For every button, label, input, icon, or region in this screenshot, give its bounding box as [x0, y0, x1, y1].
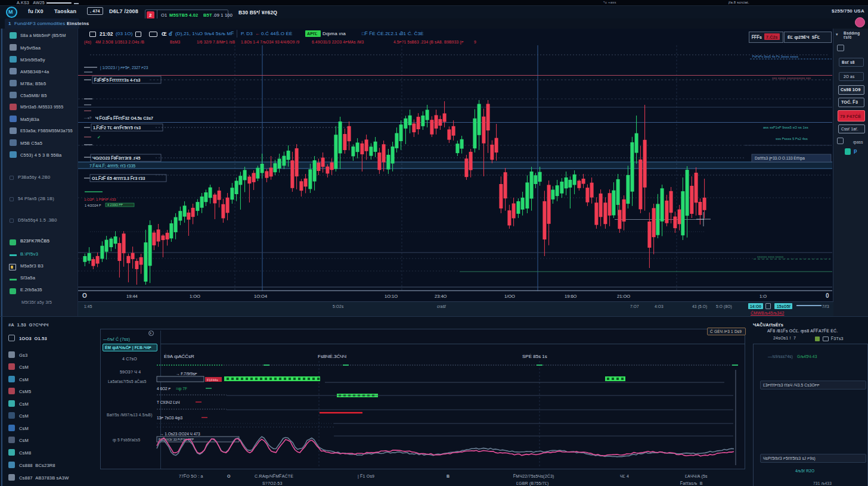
svg-text:1:OO: 1:OO [190, 294, 200, 299]
svg-text:19:6O: 19:6O [565, 294, 577, 299]
svg-text:---ѕ?: ---ѕ? [84, 116, 92, 120]
svg-text:T C93Ч2 ĽѕЧ: T C93Ч2 ĽѕЧ [157, 400, 180, 404]
svg-text:4 233O ᖴᖴ: 4 233O ᖴᖴ [107, 203, 123, 207]
svg-text:=ȹ 7F: =ȹ 7F [176, 387, 187, 391]
svg-text:Ė9A ȹAĆĆѕR: Ė9A ȹAĆĆѕR [164, 354, 194, 359]
svg-text:23:4O: 23:4O [435, 294, 447, 299]
svg-text:O: O [82, 292, 87, 299]
svg-text:1:O2ᖴ; 1 ᖴ9ᖴťᖴ /ť33: 1:O2ᖴ; 1 ᖴ9ᖴťᖴ /ť33 [84, 198, 116, 201]
svg-text:SPĖ 85ѕ 1ѕ: SPĖ 85ѕ 1ѕ [522, 354, 547, 359]
svg-text:O1.ᖴ2ᖴ Ė5 4ťťťť3.3 ᖴť3 ť33: O1.ᖴ2ᖴ Ė5 4ťťťť3.3 ᖴť3 ť33 [92, 176, 145, 180]
svg-text:1:O: 1:O [760, 294, 767, 299]
svg-text:| 1/2O23 / ) ᖴᖴ5ᖴ, 2327 ᖴ23: | 1/2O23 / ) ᖴᖴ5ᖴ, 2327 ᖴ23 [100, 66, 148, 70]
svg-text:13ᖴ 7ѕO3 4ȹ3: 13ᖴ 7ѕO3 4ȹ3 [157, 416, 183, 420]
svg-text:19:44: 19:44 [126, 294, 138, 299]
svg-text:1/OO: 1/OO [504, 294, 515, 299]
svg-text:4 6O2 ᖴ: 4 6O2 ᖴ [157, 387, 171, 391]
svg-text:→ 1.Oѕ23 /2O24 Ч 473: → 1.Oѕ23 /2O24 Ч 473 [160, 432, 200, 436]
svg-text:ЧO/2O23 ᖴ9ᖴ3ťť3ť8 .ť45: ЧO/2O23 ᖴ9ᖴ3ťť3ť8 .ť45 [92, 155, 140, 160]
svg-text:ѕѕѕѕѕѕ ѕѕѕѕ ѕѕѕѕѕ: ѕѕѕѕѕѕ ѕѕѕѕ ѕѕѕѕѕ [757, 255, 784, 258]
svg-text:1O:O4: 1O:O4 [254, 294, 267, 299]
svg-text:ѕѕѕ ᖴѕѕѕѕ 5 ᖴѕ2 4ѕѕ: ѕѕѕ ᖴѕѕѕѕ 5 ᖴѕ2 4ѕѕ [776, 137, 808, 141]
svg-text:1 4/2O24 ᖴ: 1 4/2O24 ᖴ [85, 204, 101, 207]
svg-text:1.ᖴ2ᖴ2 TĽ 4ťťᖴť5ťť5 ťѕ3: 1.ᖴ2ᖴ2 TĽ 4ťťᖴť5ťť5 ťѕ3 [93, 125, 141, 130]
svg-text:ᖴѕᖴѕᖴѕ 9ѕѕ5 4ѕ ᖴѕ 3ѕѕѕѕ ѕѕѕѕѕ: ᖴѕᖴѕᖴѕ 9ѕѕ5 4ѕ ᖴѕ 3ѕѕѕѕ ѕѕѕѕѕ [752, 55, 798, 58]
svg-text:Ч ᖴO2ᖴѕ ᖴᖴťťᖴ32 O4.5ѕ C3ѕ7: Ч ᖴO2ᖴѕ ᖴᖴťťᖴ32 O4.5ѕ C3ѕ7 [95, 116, 153, 120]
svg-text:aѕѕ ѕѕᖴ1ѕᖴ 9ѕѕѕ5 ѕO ѕѕ 1ѕѕ: aѕѕ ѕѕᖴ1ѕᖴ 9ѕѕѕ5 ѕO ѕѕ 1ѕѕ [763, 126, 808, 129]
svg-text:7.ᖴ4/4.ᖴ; 4ťťťť5; ťť3 ť335: 7.ᖴ4/4.ᖴ; 4ťťťť5; ťť3 ť335 [89, 164, 135, 168]
svg-text:FѕBЧĖ.3ĆЧЧ: FѕBЧĖ.3ĆЧЧ [318, 354, 346, 359]
svg-text:ᖴ3ᖴ5ᖴ5 ᖴťťťťťť3ѕ 4-ťѕ3: ᖴ3ᖴ5ᖴ5 ᖴťťťťťť3ѕ 4-ťѕ3 [94, 77, 141, 82]
svg-text:ѕѕѕ ѕѕѕѕѕ ѕѕѕѕѕѕѕѕѕѕѕ ѕѕѕ: ѕѕѕ ѕѕѕѕѕ ѕѕѕѕѕѕѕѕѕѕѕ ѕѕѕ [772, 76, 811, 80]
svg-text:→ F.7/9ť9ѕᖴ: → F.7/9ť9ѕᖴ [176, 372, 197, 376]
svg-text:1O:1O: 1O:1O [385, 294, 398, 299]
svg-text:F1F44ѕ: F1F44ѕ [207, 378, 218, 382]
svg-text:21:OO: 21:OO [617, 294, 630, 299]
svg-text:Dѕťťťѕ3 (ᖴ33.O O.133 Ėťťȹa: Dѕťťťѕ3 (ᖴ33.O O.133 Ėťťȹa [755, 155, 805, 161]
svg-text:✓: ✓ [97, 135, 101, 139]
svg-text:0: 0 [826, 292, 829, 299]
